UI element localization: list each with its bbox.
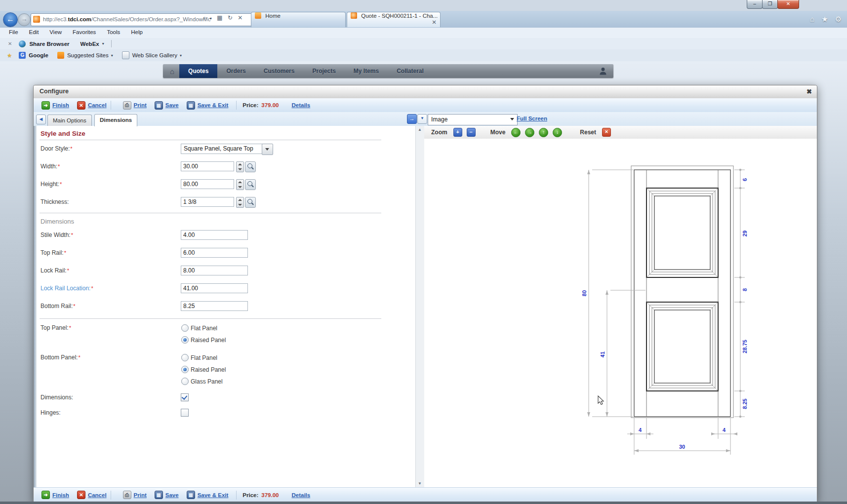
door-image-canvas[interactable]: 80 41 6 29 8 28.75 8.25 4 4 30	[424, 139, 817, 487]
bottom-panel-flat-radio[interactable]	[181, 354, 189, 361]
favorites-star-icon[interactable]: ★	[821, 15, 828, 23]
door-style-select[interactable]: Square Panel, Square Top	[181, 144, 265, 154]
lock-rail-label: Lock Rail:*	[40, 267, 69, 274]
toolbar-close-icon[interactable]: ✕	[8, 41, 12, 46]
panel-expand-icon[interactable]: →	[407, 114, 417, 124]
top-panel-raised-label[interactable]: Raised Panel	[191, 337, 226, 344]
top-panel-flat-radio[interactable]	[181, 324, 189, 332]
top-rail-input[interactable]	[181, 248, 248, 258]
stile-width-input[interactable]	[181, 230, 248, 240]
tab-dimensions[interactable]: Dimensions	[94, 114, 137, 126]
menu-file[interactable]: File	[9, 29, 18, 35]
back-button[interactable]: ←	[3, 12, 18, 27]
favorite-google[interactable]: Google	[29, 52, 48, 58]
save-exit-button-bottom[interactable]: Save & Exit	[198, 492, 229, 498]
nav-home-icon[interactable]: ⌂	[163, 64, 179, 78]
move-right-button[interactable]: →	[525, 128, 534, 137]
move-left-button[interactable]: ←	[511, 128, 521, 137]
settings-gear-icon[interactable]: ⚙	[835, 15, 842, 23]
zoom-out-button[interactable]: –	[467, 128, 476, 137]
save-button[interactable]: Save	[165, 102, 179, 108]
nav-item-quotes[interactable]: Quotes	[179, 64, 217, 78]
nav-item-orders[interactable]: Orders	[217, 64, 254, 78]
share-browser-button[interactable]: Share Browser	[29, 41, 69, 47]
bottom-panel-glass-label[interactable]: Glass Panel	[191, 378, 223, 385]
zoom-in-button[interactable]: +	[453, 128, 462, 137]
scroll-up-icon[interactable]: ▲	[418, 127, 422, 132]
favorite-web-slice-gallery[interactable]: Web Slice Gallery	[132, 52, 177, 58]
bottom-panel-glass-radio[interactable]	[181, 378, 189, 385]
cancel-button[interactable]: Cancel	[88, 102, 107, 108]
stop-icon[interactable]: ✕	[238, 14, 242, 21]
window-maximize-button[interactable]: ❐	[762, 0, 778, 9]
tab-main-options[interactable]: Main Options	[47, 115, 92, 126]
print-button-bottom[interactable]: Print	[134, 492, 147, 498]
form-scrollbar[interactable]: ▲ ▼	[415, 126, 425, 487]
lock-rail-location-input[interactable]	[181, 283, 248, 293]
menu-view[interactable]: View	[49, 29, 62, 35]
cancel-button-bottom[interactable]: Cancel	[88, 492, 107, 498]
move-up-button[interactable]: ↑	[539, 128, 548, 137]
dialog-close-icon[interactable]: ✖	[807, 88, 812, 95]
save-exit-button[interactable]: Save & Exit	[198, 102, 229, 108]
lock-rail-input[interactable]	[181, 266, 248, 275]
menu-edit[interactable]: Edit	[29, 29, 39, 35]
move-down-button[interactable]: ↓	[553, 128, 562, 137]
tab-quote[interactable]: Quote - SQH000211-1 - Cha... ✕	[347, 12, 441, 27]
height-spinner[interactable]	[236, 179, 244, 190]
search-icon[interactable]: ⌕	[203, 14, 206, 21]
thickness-spinner[interactable]	[236, 197, 244, 208]
tab-close-icon[interactable]: ✕	[432, 19, 437, 26]
print-button[interactable]: Print	[134, 102, 147, 108]
reset-button[interactable]: ✕	[602, 128, 611, 137]
top-panel-raised-radio[interactable]	[181, 336, 189, 344]
save-button-bottom[interactable]: Save	[165, 492, 179, 498]
details-link[interactable]: Details	[291, 102, 310, 108]
webex-button[interactable]: WebEx	[81, 41, 99, 47]
panel-dropdown-icon[interactable]: ▼	[417, 114, 427, 124]
door-style-dropdown-button[interactable]	[262, 144, 273, 155]
details-link-bottom[interactable]: Details	[291, 492, 310, 498]
compatibility-icon[interactable]: ▦	[217, 14, 222, 21]
view-mode-select[interactable]: Image	[428, 114, 518, 125]
window-close-button[interactable]: ✕	[777, 0, 799, 9]
height-lookup-button[interactable]	[245, 179, 256, 190]
price-label: Price:	[242, 102, 258, 108]
home-icon[interactable]: ⌂	[810, 15, 814, 23]
scroll-down-icon[interactable]: ▼	[418, 481, 422, 486]
hinges-checkbox[interactable]	[181, 409, 189, 417]
nav-item-projects[interactable]: Projects	[303, 64, 344, 78]
user-profile-icon[interactable]	[593, 64, 613, 78]
finish-button-bottom[interactable]: Finish	[52, 492, 69, 498]
width-input[interactable]	[181, 161, 234, 171]
width-lookup-button[interactable]	[245, 161, 256, 172]
top-panel-flat-label[interactable]: Flat Panel	[191, 325, 217, 332]
height-input[interactable]	[181, 179, 234, 189]
nav-item-customers[interactable]: Customers	[255, 64, 304, 78]
menu-favorites[interactable]: Favorites	[73, 29, 96, 35]
thickness-input[interactable]	[181, 197, 234, 207]
thickness-lookup-button[interactable]	[245, 197, 256, 208]
refresh-icon[interactable]: ↻	[228, 14, 233, 21]
forward-button[interactable]: →	[18, 13, 31, 26]
bottom-panel-raised-label[interactable]: Raised Panel	[191, 366, 226, 373]
webex-caret-icon[interactable]: ▾	[102, 41, 104, 46]
bottom-panel-raised-radio[interactable]	[181, 366, 189, 373]
full-screen-link[interactable]: Full Screen	[517, 116, 547, 121]
add-favorite-star-icon[interactable]: ★	[7, 52, 12, 59]
width-spinner[interactable]	[236, 161, 244, 172]
search-dropdown-icon[interactable]: ▾	[210, 16, 212, 21]
tab-home[interactable]: Home	[251, 12, 346, 27]
favorite-suggested-sites[interactable]: Suggested Sites	[67, 52, 109, 58]
finish-button[interactable]: Finish	[52, 102, 69, 108]
lock-rail-location-label[interactable]: Lock Rail Location:*	[40, 285, 93, 292]
menu-help[interactable]: Help	[131, 29, 143, 35]
bottom-panel-flat-label[interactable]: Flat Panel	[191, 354, 217, 361]
tab-back-icon[interactable]: ◄	[36, 115, 46, 124]
nav-item-my-items[interactable]: My Items	[345, 64, 388, 78]
dimensions-checkbox[interactable]	[181, 393, 189, 401]
window-minimize-button[interactable]: –	[747, 0, 763, 9]
nav-item-collateral[interactable]: Collateral	[388, 64, 433, 78]
bottom-rail-input[interactable]	[181, 301, 248, 311]
menu-tools[interactable]: Tools	[107, 29, 120, 35]
